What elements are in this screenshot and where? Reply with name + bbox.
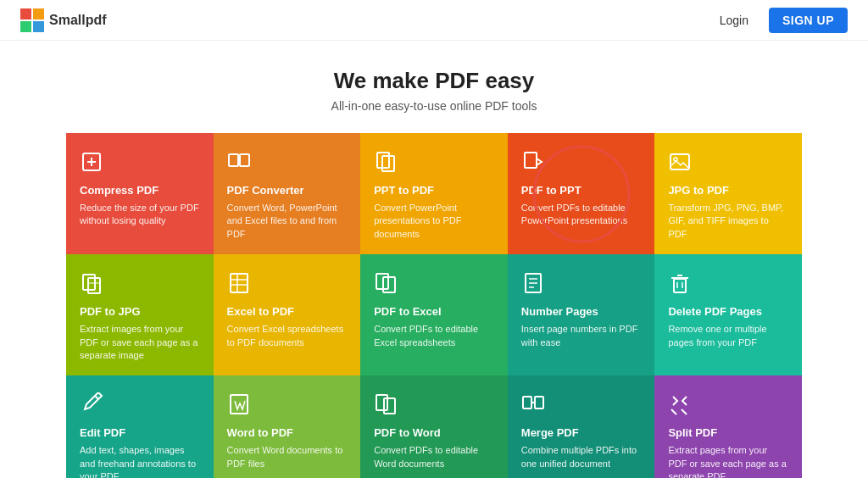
tool-card-number-pages[interactable]: Number PagesInsert page numbers in PDF w… [508,254,655,375]
word-to-pdf-icon [227,392,348,420]
tool-card-ppt-to-pdf[interactable]: PPT to PDFConvert PowerPoint presentatio… [360,133,508,254]
svg-line-32 [95,396,98,399]
pdf-converter-icon [227,150,348,177]
svg-rect-0 [20,8,31,19]
jpg-to-pdf-desc: Transform JPG, PNG, BMP, GIF, and TIFF i… [668,202,788,241]
pdf-to-word-icon [374,392,494,420]
number-pages-icon [521,271,642,298]
merge-pdf-title: Merge PDF [521,426,642,439]
jpg-to-pdf-icon [668,150,788,177]
svg-line-38 [671,409,676,414]
svg-rect-27 [674,279,686,292]
logo[interactable]: Smallpdf [20,8,107,32]
excel-to-pdf-title: Excel to PDF [227,305,348,318]
tool-card-compress-pdf[interactable]: Compress PDFReduce the size of your PDF … [66,133,214,254]
tool-card-word-to-pdf[interactable]: Word to PDFConvert Word documents to PDF… [214,375,361,478]
compress-pdf-desc: Reduce the size of your PDF without losi… [80,202,200,228]
tool-card-pdf-converter[interactable]: PDF ConverterConvert Word, PowerPoint an… [214,133,361,254]
pdf-to-jpg-icon [80,271,200,298]
pdf-converter-title: PDF Converter [227,184,348,197]
word-to-pdf-title: Word to PDF [227,426,348,439]
delete-pdf-pages-desc: Remove one or multiple pages from your P… [668,323,788,349]
edit-pdf-icon [80,392,200,420]
svg-rect-12 [670,154,689,170]
pdf-to-word-title: PDF to Word [374,426,494,439]
tool-card-pdf-to-word[interactable]: PDF to WordConvert PDFs to editable Word… [360,375,508,478]
tool-card-pdf-to-excel[interactable]: PDF to ExcelConvert PDFs to editable Exc… [360,254,508,375]
svg-rect-35 [384,398,395,414]
svg-rect-3 [33,21,44,32]
hero-section: We make PDF easy All-in-one easy-to-use … [0,41,868,133]
tool-card-pdf-to-jpg[interactable]: PDF to JPGExtract images from your PDF o… [66,254,214,375]
tools-grid: Compress PDFReduce the size of your PDF … [53,133,815,478]
tool-card-split-pdf[interactable]: Split PDFExtract pages from your PDF or … [654,375,802,478]
split-pdf-desc: Extract pages from your PDF or save each… [668,444,788,478]
svg-rect-8 [240,154,249,166]
edit-pdf-desc: Add text, shapes, images and freehand an… [80,444,200,478]
svg-rect-2 [20,21,31,32]
svg-rect-37 [535,397,543,409]
pdf-to-excel-desc: Convert PDFs to editable Excel spreadshe… [374,323,494,349]
svg-rect-17 [231,274,248,292]
hero-subtitle: All-in-one easy-to-use online PDF tools [14,99,854,113]
signup-button[interactable]: SIGN UP [769,8,848,33]
tool-card-excel-to-pdf[interactable]: Excel to PDFConvert Excel spreadsheets t… [214,254,361,375]
svg-rect-36 [523,397,531,409]
pdf-to-ppt-title: PDF to PPT [521,184,642,197]
ppt-to-pdf-desc: Convert PowerPoint presentations to PDF … [374,202,494,241]
logo-icon [20,8,44,32]
tool-card-delete-pdf-pages[interactable]: Delete PDF PagesRemove one or multiple p… [654,254,802,375]
pdf-to-jpg-desc: Extract images from your PDF or save eac… [80,323,200,362]
header-nav: Login SIGN UP [709,8,848,33]
pdf-to-ppt-icon [521,150,642,177]
excel-to-pdf-desc: Convert Excel spreadsheets to PDF docume… [227,323,348,349]
svg-line-39 [682,409,687,414]
svg-rect-11 [525,153,537,168]
compress-pdf-title: Compress PDF [80,184,200,197]
tool-card-jpg-to-pdf[interactable]: JPG to PDFTransform JPG, PNG, BMP, GIF, … [654,133,802,254]
number-pages-title: Number Pages [521,305,642,318]
svg-rect-7 [229,154,238,166]
logo-text: Smallpdf [49,13,107,28]
number-pages-desc: Insert page numbers in PDF with ease [521,323,642,349]
compress-pdf-icon [80,150,200,177]
excel-to-pdf-icon [227,271,348,298]
ppt-to-pdf-title: PPT to PDF [374,184,494,197]
svg-rect-1 [33,8,44,19]
header: Smallpdf Login SIGN UP [0,0,868,41]
pdf-to-excel-title: PDF to Excel [374,305,494,318]
tool-card-merge-pdf[interactable]: Merge PDFCombine multiple PDFs into one … [508,375,655,478]
tools-grid-container: Compress PDFReduce the size of your PDF … [0,133,868,478]
pdf-converter-desc: Convert Word, PowerPoint and Excel files… [227,202,348,241]
jpg-to-pdf-title: JPG to PDF [668,184,788,197]
merge-pdf-icon [521,392,642,420]
tool-card-edit-pdf[interactable]: Edit PDFAdd text, shapes, images and fre… [66,375,214,478]
pdf-to-ppt-desc: Convert PDFs to editable PowerPoint pres… [521,202,642,228]
svg-rect-34 [376,395,387,410]
delete-pdf-pages-icon [668,271,788,298]
delete-pdf-pages-title: Delete PDF Pages [668,305,788,318]
ppt-to-pdf-icon [374,150,494,177]
merge-pdf-desc: Combine multiple PDFs into one unified d… [521,444,642,470]
hero-title: We make PDF easy [14,68,854,94]
edit-pdf-title: Edit PDF [80,426,200,439]
pdf-to-word-desc: Convert PDFs to editable Word documents [374,444,494,470]
split-pdf-icon [668,392,788,420]
split-pdf-title: Split PDF [668,426,788,439]
login-button[interactable]: Login [709,8,759,32]
pdf-to-excel-icon [374,271,494,298]
tool-card-pdf-to-ppt[interactable]: PDF to PPTConvert PDFs to editable Power… [508,133,655,254]
pdf-to-jpg-title: PDF to JPG [80,305,200,318]
word-to-pdf-desc: Convert Word documents to PDF files [227,444,348,470]
